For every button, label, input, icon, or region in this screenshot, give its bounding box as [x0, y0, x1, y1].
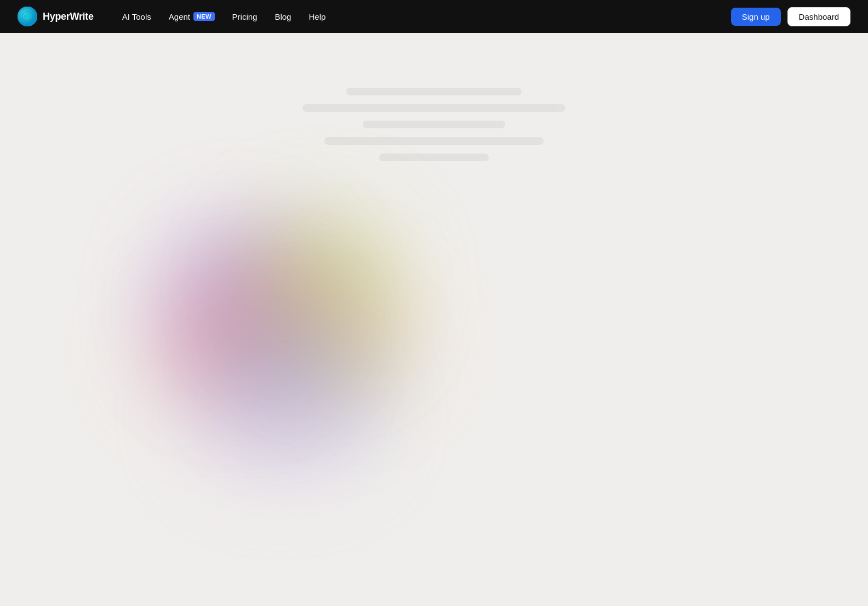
loading-text-overlay — [0, 66, 868, 161]
nav-item-help[interactable]: Help — [302, 9, 332, 25]
dashboard-button[interactable]: Dashboard — [787, 7, 850, 26]
nav-item-pricing[interactable]: Pricing — [226, 9, 264, 25]
placeholder-line-3 — [363, 121, 505, 128]
navbar: HyperWrite AI Tools Agent NEW Pricing Bl… — [0, 0, 868, 33]
placeholder-line-2 — [302, 104, 566, 112]
logo-text: HyperWrite — [43, 11, 94, 22]
signup-button[interactable]: Sign up — [731, 8, 781, 26]
decorative-blob — [112, 183, 495, 457]
logo-icon — [18, 7, 37, 26]
placeholder-line-4 — [324, 137, 544, 145]
main-content — [0, 33, 868, 606]
agent-new-badge: NEW — [193, 12, 215, 21]
navbar-actions: Sign up Dashboard — [731, 7, 850, 26]
nav-item-blog[interactable]: Blog — [268, 9, 298, 25]
navbar-nav: AI Tools Agent NEW Pricing Blog Help — [116, 9, 731, 25]
blob-peach — [304, 281, 413, 391]
nav-item-ai-tools[interactable]: AI Tools — [116, 9, 158, 25]
placeholder-line-1 — [346, 88, 522, 95]
logo[interactable]: HyperWrite — [18, 7, 94, 26]
nav-item-agent[interactable]: Agent NEW — [162, 9, 221, 25]
placeholder-line-5 — [379, 154, 489, 161]
